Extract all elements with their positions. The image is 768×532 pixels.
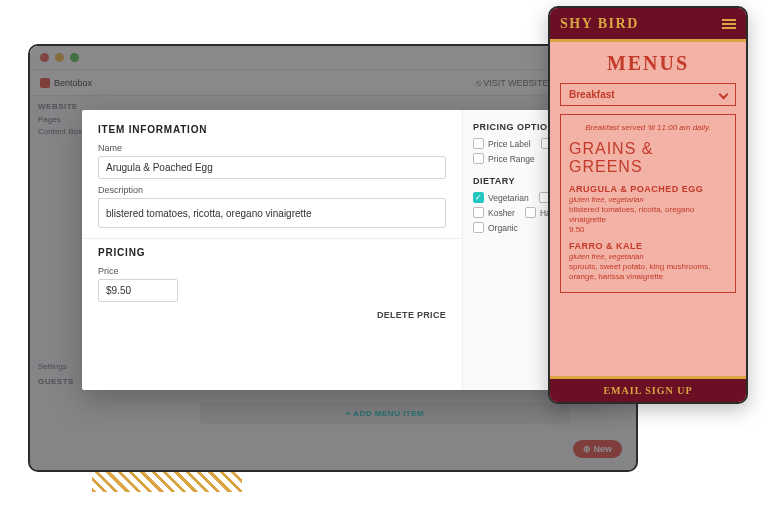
kosher-checkbox[interactable]: Kosher [473,207,515,218]
restaurant-name: SHY BIRD [560,16,639,32]
visit-website-link[interactable]: ⎋ VISIT WEBSITE [476,78,549,88]
selected-menu: Breakfast [569,89,615,100]
phone-header: SHY BIRD [550,8,746,42]
dish-1-price: 9.50 [569,225,727,235]
price-label: Price [98,266,446,276]
chevron-down-icon [719,90,729,100]
price-range-checkbox[interactable]: Price Range [473,153,535,164]
new-button[interactable]: ⊕ New [573,440,622,458]
window-maximize[interactable] [70,53,79,62]
served-note: Breakfast served 'til 11:00 am daily. [569,123,727,132]
email-signup-button[interactable]: EMAIL SIGN UP [550,376,746,402]
delete-price-button[interactable]: DELETE PRICE [98,310,446,320]
item-modal: ITEM INFORMATION Name Description PRICIN… [82,110,612,390]
window-close[interactable] [40,53,49,62]
dish-2-name: FARRO & KALE [569,241,727,251]
menu-icon[interactable] [722,19,736,29]
menu-section-title: GRAINS & GREENS [569,140,727,176]
dish-2-desc: sprouts, sweet potato, king mushrooms, o… [569,262,727,282]
dish-1-desc: blistered tomatoes, ricotta, oregano vin… [569,205,727,225]
phone-preview: SHY BIRD MENUS Breakfast Breakfast serve… [548,6,748,404]
brand-logo [40,78,50,88]
name-input[interactable] [98,156,446,179]
window-minimize[interactable] [55,53,64,62]
vegetarian-checkbox[interactable]: ✓Vegetarian [473,192,529,203]
price-label-checkbox[interactable]: Price Label [473,138,531,149]
add-menu-item-button[interactable]: + ADD MENU ITEM [200,402,570,424]
brand-name: Bentobox [54,78,92,88]
dish-1-dietary: gluten free, vegetarian [569,195,727,204]
app-header: Bentobox ⎋ VISIT WEBSITE ⊞ DASHBOARD [30,70,636,96]
dish-1-name: ARUGULA & POACHED EGG [569,184,727,194]
menu-category-select[interactable]: Breakfast [560,83,736,106]
pricing-title: PRICING [98,247,446,258]
price-input[interactable] [98,279,178,302]
name-label: Name [98,143,446,153]
window-controls [30,46,636,70]
menus-heading: MENUS [550,52,746,75]
description-input[interactable] [98,198,446,228]
dish-2-dietary: gluten free, vegetarian [569,252,727,261]
organic-checkbox[interactable]: Organic [473,222,518,233]
description-label: Description [98,185,446,195]
menu-body: Breakfast served 'til 11:00 am daily. GR… [560,114,736,293]
item-information-title: ITEM INFORMATION [98,124,446,135]
